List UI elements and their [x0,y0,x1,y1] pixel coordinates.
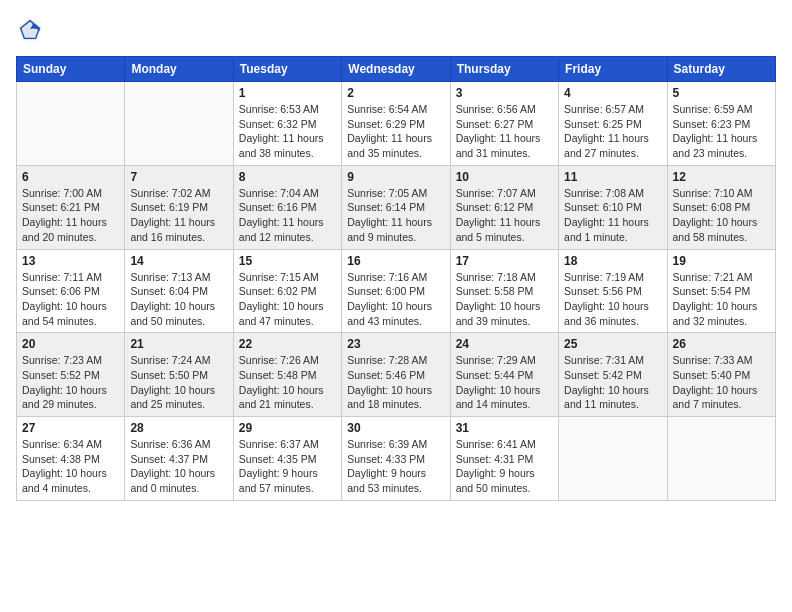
day-info: Sunrise: 7:19 AM Sunset: 5:56 PM Dayligh… [564,270,661,329]
calendar-cell: 30Sunrise: 6:39 AM Sunset: 4:33 PM Dayli… [342,417,450,501]
day-number: 4 [564,86,661,100]
day-number: 15 [239,254,336,268]
day-info: Sunrise: 7:18 AM Sunset: 5:58 PM Dayligh… [456,270,553,329]
calendar-week-2: 6Sunrise: 7:00 AM Sunset: 6:21 PM Daylig… [17,165,776,249]
day-info: Sunrise: 6:59 AM Sunset: 6:23 PM Dayligh… [673,102,770,161]
day-info: Sunrise: 7:11 AM Sunset: 6:06 PM Dayligh… [22,270,119,329]
day-info: Sunrise: 7:07 AM Sunset: 6:12 PM Dayligh… [456,186,553,245]
calendar-cell [559,417,667,501]
calendar-cell [667,417,775,501]
calendar-table: SundayMondayTuesdayWednesdayThursdayFrid… [16,56,776,501]
calendar-cell: 31Sunrise: 6:41 AM Sunset: 4:31 PM Dayli… [450,417,558,501]
day-number: 17 [456,254,553,268]
calendar-cell: 11Sunrise: 7:08 AM Sunset: 6:10 PM Dayli… [559,165,667,249]
day-of-week-saturday: Saturday [667,57,775,82]
day-number: 22 [239,337,336,351]
day-number: 2 [347,86,444,100]
logo-icon [16,16,44,44]
calendar-cell: 20Sunrise: 7:23 AM Sunset: 5:52 PM Dayli… [17,333,125,417]
day-number: 6 [22,170,119,184]
day-number: 31 [456,421,553,435]
calendar-body: 1Sunrise: 6:53 AM Sunset: 6:32 PM Daylig… [17,82,776,501]
day-info: Sunrise: 6:53 AM Sunset: 6:32 PM Dayligh… [239,102,336,161]
calendar-cell [17,82,125,166]
day-info: Sunrise: 7:10 AM Sunset: 6:08 PM Dayligh… [673,186,770,245]
day-info: Sunrise: 6:41 AM Sunset: 4:31 PM Dayligh… [456,437,553,496]
calendar-cell: 6Sunrise: 7:00 AM Sunset: 6:21 PM Daylig… [17,165,125,249]
day-of-week-monday: Monday [125,57,233,82]
calendar-cell: 26Sunrise: 7:33 AM Sunset: 5:40 PM Dayli… [667,333,775,417]
day-info: Sunrise: 7:28 AM Sunset: 5:46 PM Dayligh… [347,353,444,412]
days-of-week-row: SundayMondayTuesdayWednesdayThursdayFrid… [17,57,776,82]
calendar-cell: 16Sunrise: 7:16 AM Sunset: 6:00 PM Dayli… [342,249,450,333]
day-info: Sunrise: 7:21 AM Sunset: 5:54 PM Dayligh… [673,270,770,329]
day-number: 14 [130,254,227,268]
day-info: Sunrise: 7:26 AM Sunset: 5:48 PM Dayligh… [239,353,336,412]
day-info: Sunrise: 7:24 AM Sunset: 5:50 PM Dayligh… [130,353,227,412]
day-number: 12 [673,170,770,184]
calendar-cell: 12Sunrise: 7:10 AM Sunset: 6:08 PM Dayli… [667,165,775,249]
calendar-cell: 8Sunrise: 7:04 AM Sunset: 6:16 PM Daylig… [233,165,341,249]
day-info: Sunrise: 7:13 AM Sunset: 6:04 PM Dayligh… [130,270,227,329]
day-number: 8 [239,170,336,184]
day-info: Sunrise: 6:36 AM Sunset: 4:37 PM Dayligh… [130,437,227,496]
calendar-cell: 2Sunrise: 6:54 AM Sunset: 6:29 PM Daylig… [342,82,450,166]
calendar-header: SundayMondayTuesdayWednesdayThursdayFrid… [17,57,776,82]
day-number: 25 [564,337,661,351]
day-number: 3 [456,86,553,100]
day-of-week-tuesday: Tuesday [233,57,341,82]
calendar-cell: 7Sunrise: 7:02 AM Sunset: 6:19 PM Daylig… [125,165,233,249]
calendar-cell: 5Sunrise: 6:59 AM Sunset: 6:23 PM Daylig… [667,82,775,166]
calendar-cell: 14Sunrise: 7:13 AM Sunset: 6:04 PM Dayli… [125,249,233,333]
day-info: Sunrise: 7:08 AM Sunset: 6:10 PM Dayligh… [564,186,661,245]
day-info: Sunrise: 6:56 AM Sunset: 6:27 PM Dayligh… [456,102,553,161]
day-number: 7 [130,170,227,184]
day-number: 26 [673,337,770,351]
day-info: Sunrise: 7:31 AM Sunset: 5:42 PM Dayligh… [564,353,661,412]
day-number: 19 [673,254,770,268]
day-number: 9 [347,170,444,184]
day-number: 11 [564,170,661,184]
calendar-cell: 3Sunrise: 6:56 AM Sunset: 6:27 PM Daylig… [450,82,558,166]
day-number: 29 [239,421,336,435]
day-info: Sunrise: 7:02 AM Sunset: 6:19 PM Dayligh… [130,186,227,245]
day-number: 18 [564,254,661,268]
logo [16,16,48,44]
day-of-week-sunday: Sunday [17,57,125,82]
day-info: Sunrise: 7:23 AM Sunset: 5:52 PM Dayligh… [22,353,119,412]
day-info: Sunrise: 7:33 AM Sunset: 5:40 PM Dayligh… [673,353,770,412]
day-info: Sunrise: 6:39 AM Sunset: 4:33 PM Dayligh… [347,437,444,496]
calendar-cell: 4Sunrise: 6:57 AM Sunset: 6:25 PM Daylig… [559,82,667,166]
day-number: 23 [347,337,444,351]
calendar-cell: 13Sunrise: 7:11 AM Sunset: 6:06 PM Dayli… [17,249,125,333]
calendar-cell: 28Sunrise: 6:36 AM Sunset: 4:37 PM Dayli… [125,417,233,501]
calendar-cell: 17Sunrise: 7:18 AM Sunset: 5:58 PM Dayli… [450,249,558,333]
day-number: 24 [456,337,553,351]
day-info: Sunrise: 6:34 AM Sunset: 4:38 PM Dayligh… [22,437,119,496]
day-number: 10 [456,170,553,184]
page-header [16,16,776,44]
day-number: 20 [22,337,119,351]
calendar-cell: 15Sunrise: 7:15 AM Sunset: 6:02 PM Dayli… [233,249,341,333]
day-number: 28 [130,421,227,435]
day-of-week-thursday: Thursday [450,57,558,82]
calendar-cell [125,82,233,166]
calendar-cell: 10Sunrise: 7:07 AM Sunset: 6:12 PM Dayli… [450,165,558,249]
calendar-cell: 22Sunrise: 7:26 AM Sunset: 5:48 PM Dayli… [233,333,341,417]
day-number: 21 [130,337,227,351]
calendar-week-3: 13Sunrise: 7:11 AM Sunset: 6:06 PM Dayli… [17,249,776,333]
day-info: Sunrise: 7:16 AM Sunset: 6:00 PM Dayligh… [347,270,444,329]
calendar-cell: 21Sunrise: 7:24 AM Sunset: 5:50 PM Dayli… [125,333,233,417]
day-number: 13 [22,254,119,268]
day-number: 27 [22,421,119,435]
day-number: 16 [347,254,444,268]
calendar-cell: 25Sunrise: 7:31 AM Sunset: 5:42 PM Dayli… [559,333,667,417]
calendar-cell: 23Sunrise: 7:28 AM Sunset: 5:46 PM Dayli… [342,333,450,417]
day-number: 1 [239,86,336,100]
calendar-cell: 19Sunrise: 7:21 AM Sunset: 5:54 PM Dayli… [667,249,775,333]
day-info: Sunrise: 7:15 AM Sunset: 6:02 PM Dayligh… [239,270,336,329]
day-number: 30 [347,421,444,435]
day-info: Sunrise: 6:54 AM Sunset: 6:29 PM Dayligh… [347,102,444,161]
calendar-cell: 9Sunrise: 7:05 AM Sunset: 6:14 PM Daylig… [342,165,450,249]
calendar-week-1: 1Sunrise: 6:53 AM Sunset: 6:32 PM Daylig… [17,82,776,166]
